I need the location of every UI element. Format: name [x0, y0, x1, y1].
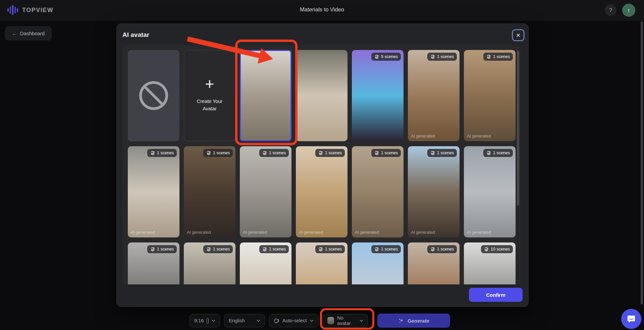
avatar-card[interactable]: 1 scenesAI generated — [352, 146, 404, 237]
avatar-card[interactable]: 1 scenes — [408, 242, 460, 284]
create-avatar-label: Create Your Avatar — [191, 98, 228, 113]
ai-generated-label: AI generated — [467, 230, 491, 235]
scenes-badge: 1 scenes — [203, 149, 233, 157]
avatar-thumb-icon — [327, 317, 334, 324]
layers-icon — [486, 151, 491, 155]
aspect-ratio-dropdown[interactable]: 9:16 — [190, 314, 220, 327]
layers-icon — [374, 151, 379, 155]
scenes-badge: 1 scenes — [371, 245, 401, 253]
scenes-badge: 5 scenes — [371, 53, 401, 61]
scenes-badge-label: 1 scenes — [269, 247, 286, 252]
scenes-badge-label: 1 scenes — [213, 151, 230, 155]
chevron-down-icon — [257, 320, 260, 322]
scenes-badge-label: 1 scenes — [213, 247, 230, 252]
avatar-card[interactable]: 1 scenesAI generated — [464, 50, 516, 141]
avatar-card[interactable]: 10 scenes — [464, 242, 516, 284]
help-button[interactable]: ? — [605, 4, 616, 16]
no-avatar-option-card[interactable] — [128, 50, 179, 141]
avatar-card[interactable]: 1 scenesAI generated — [128, 146, 179, 237]
language-value: English — [229, 318, 245, 323]
scenes-badge: 1 scenes — [147, 149, 177, 157]
avatar-grid: + Create Your Avatar 5 scenes1 scenesAI … — [128, 50, 516, 284]
dashboard-label: Dashboard — [20, 31, 45, 36]
scenes-badge-label: 1 scenes — [157, 247, 174, 252]
layers-icon — [430, 54, 435, 59]
scenes-badge: 1 scenes — [483, 53, 513, 61]
close-button[interactable]: ✕ — [512, 30, 524, 41]
scenes-badge: 1 scenes — [203, 245, 233, 253]
selected-avatar-card[interactable] — [240, 50, 291, 141]
voice-dropdown[interactable]: Auto-select — [269, 314, 319, 327]
ai-generated-label: AI generated — [467, 134, 491, 139]
scenes-badge: 1 scenes — [427, 149, 457, 157]
phone-portrait-icon — [207, 318, 209, 324]
chevron-down-icon — [360, 320, 363, 322]
scenes-badge: 1 scenes — [371, 149, 401, 157]
aspect-ratio-value: 9:16 — [194, 318, 204, 323]
messenger-icon — [627, 314, 636, 324]
user-initial: t — [628, 7, 629, 13]
generate-label: Generate — [408, 318, 429, 324]
avatar-card[interactable]: 1 scenesAI generated — [408, 50, 460, 141]
modal-title: AI avatar — [122, 31, 149, 39]
avatar-card[interactable]: 1 scenes — [128, 242, 179, 284]
voice-value: Auto-select — [282, 318, 307, 323]
avatar-card[interactable]: 1 scenes — [240, 242, 291, 284]
avatar-card[interactable]: 1 scenesAI generated — [296, 146, 347, 237]
ai-generated-label: AI generated — [411, 230, 435, 235]
scenes-badge-label: 1 scenes — [493, 54, 510, 59]
avatar-card[interactable]: 1 scenesAI generated — [408, 146, 460, 237]
scenes-badge-label: 1 scenes — [437, 151, 454, 155]
scenes-badge-label: 1 scenes — [493, 151, 510, 155]
ai-avatar-modal: AI avatar ✕ + Create Your Avatar 5 scene… — [116, 23, 529, 307]
ai-generated-label: AI generated — [411, 134, 435, 139]
no-avatar-dropdown[interactable]: No avatar — [323, 314, 368, 327]
avatar-card[interactable]: 5 scenes — [352, 50, 404, 141]
scenes-badge-label: 1 scenes — [325, 247, 342, 252]
create-avatar-card[interactable]: + Create Your Avatar — [184, 50, 235, 141]
prohibition-icon — [138, 80, 169, 111]
scenes-badge-label: 1 scenes — [325, 151, 342, 155]
avatar-mode-value: No avatar — [337, 315, 357, 326]
voice-icon — [274, 318, 279, 324]
layers-icon — [486, 54, 491, 59]
avatar-card[interactable]: 1 scenesAI generated — [464, 146, 516, 237]
user-avatar[interactable]: t — [622, 4, 635, 17]
layers-icon — [262, 151, 267, 155]
page-scrollbar[interactable] — [641, 21, 643, 305]
ai-generated-label: AI generated — [131, 230, 155, 235]
sparkles-icon — [398, 318, 404, 324]
chat-launcher[interactable] — [621, 309, 641, 329]
avatar-card[interactable]: 1 scenes — [184, 242, 235, 284]
ai-generated-label: AI generated — [187, 230, 211, 235]
scenes-badge-label: 1 scenes — [437, 247, 454, 252]
ai-generated-label: AI generated — [299, 230, 323, 235]
grid-scrollbar-thumb[interactable] — [517, 51, 519, 206]
layers-icon — [150, 151, 155, 155]
avatar-card[interactable]: 1 scenes — [296, 242, 347, 284]
avatar-card[interactable]: 1 scenesAI generated — [240, 146, 291, 237]
avatar-card[interactable]: 1 scenesAI generated — [184, 146, 235, 237]
language-dropdown[interactable]: English — [224, 314, 265, 327]
page-title: Materials to Video — [0, 6, 644, 13]
scenes-badge: 10 scenes — [481, 245, 513, 253]
generate-button[interactable]: Generate — [377, 314, 450, 328]
question-mark-icon: ? — [609, 7, 612, 13]
scenes-badge-label: 1 scenes — [437, 54, 454, 59]
layers-icon — [430, 151, 435, 155]
layers-icon — [206, 151, 211, 155]
avatar-card[interactable] — [296, 50, 347, 141]
scenes-badge: 1 scenes — [259, 149, 289, 157]
scenes-badge-label: 1 scenes — [157, 151, 174, 155]
avatar-card[interactable]: 1 scenes — [352, 242, 404, 284]
dashboard-back-button[interactable]: ← Dashboard — [5, 26, 52, 41]
layers-icon — [150, 247, 155, 252]
layers-icon — [374, 54, 379, 59]
scenes-badge: 1 scenes — [259, 245, 289, 253]
scenes-badge-label: 10 scenes — [491, 247, 510, 252]
confirm-button[interactable]: Confirm — [469, 288, 523, 302]
ai-generated-label: AI generated — [355, 230, 379, 235]
layers-icon — [318, 247, 323, 252]
layers-icon — [262, 247, 267, 252]
scenes-badge: 1 scenes — [427, 53, 457, 61]
